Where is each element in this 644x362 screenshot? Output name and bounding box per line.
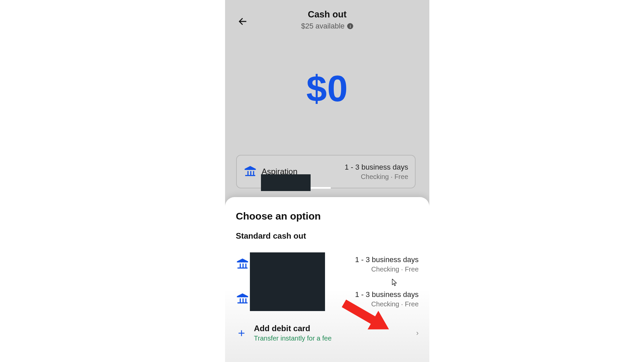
available-balance-row: $25 available i [225, 22, 429, 31]
redaction-block [261, 174, 311, 191]
phone-screen: Cash out $25 available i $0 Aspiration 1… [225, 0, 429, 362]
redaction-underline [311, 187, 331, 189]
option-0-detail: Checking · Free [355, 265, 419, 273]
standard-options-block: Aspiration 1 - 3 business days Checking … [236, 247, 419, 316]
back-button[interactable] [234, 13, 251, 29]
stage: Cash out $25 available i $0 Aspiration 1… [0, 0, 644, 362]
bank-icon [236, 292, 249, 306]
options-sheet: Choose an option Standard cash out Aspir… [225, 197, 429, 362]
add-debit-title: Add debit card [254, 324, 332, 333]
info-icon[interactable]: i [347, 23, 353, 29]
cashout-amount[interactable]: $0 [225, 67, 429, 110]
selected-account-timing: 1 - 3 business days [344, 163, 408, 172]
plus-icon [236, 327, 247, 339]
available-balance-text: $25 available [301, 22, 345, 31]
option-0-right: 1 - 3 business days Checking · Free [355, 255, 419, 273]
bank-icon [244, 165, 257, 178]
add-debit-card-row[interactable]: Add debit card Transfer instantly for a … [236, 316, 419, 346]
selected-account-left: Aspiration [262, 167, 344, 176]
selected-account-card[interactable]: Aspiration 1 - 3 business days Checking … [236, 155, 416, 188]
redaction-block [250, 252, 325, 311]
add-debit-text: Add debit card Transfer instantly for a … [254, 324, 332, 342]
option-1-timing: 1 - 3 business days [355, 290, 419, 299]
option-1-right: 1 - 3 business days Checking · Free [355, 290, 419, 308]
selected-account-right: 1 - 3 business days Checking · Free [344, 163, 408, 181]
page-title: Cash out [225, 0, 429, 20]
chevron-right-icon: › [416, 329, 419, 338]
arrow-left-icon [237, 16, 248, 27]
option-0-timing: 1 - 3 business days [355, 255, 419, 264]
add-debit-subtitle: Transfer instantly for a fee [254, 335, 332, 342]
sheet-section-label: Standard cash out [236, 231, 419, 241]
header: Cash out $25 available i [225, 0, 429, 37]
bank-icon [236, 257, 249, 271]
option-1-detail: Checking · Free [355, 300, 419, 308]
sheet-heading: Choose an option [236, 210, 419, 222]
selected-account-detail: Checking · Free [344, 173, 408, 181]
